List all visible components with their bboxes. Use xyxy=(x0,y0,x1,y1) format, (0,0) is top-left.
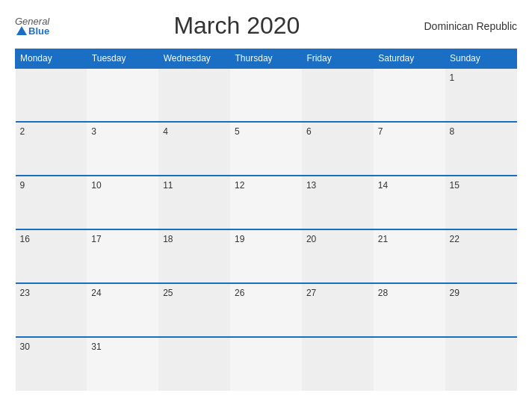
calendar-cell: 16 xyxy=(16,229,87,283)
calendar-cell: 25 xyxy=(158,283,230,337)
calendar-week-1: 1 xyxy=(16,68,517,122)
weekday-sunday: Sunday xyxy=(445,49,517,69)
calendar-cell: 2 xyxy=(16,122,87,176)
calendar-cell: 26 xyxy=(230,283,302,337)
calendar-cell xyxy=(16,68,87,122)
weekday-saturday: Saturday xyxy=(374,49,445,69)
calendar-table: MondayTuesdayWednesdayThursdayFridaySatu… xyxy=(15,49,517,391)
day-number: 7 xyxy=(378,126,383,137)
day-number: 9 xyxy=(20,180,25,191)
day-number: 20 xyxy=(306,234,316,244)
calendar-cell: 10 xyxy=(87,176,158,229)
calendar-cell xyxy=(158,68,230,122)
calendar-cell: 29 xyxy=(445,283,517,337)
logo-blue-text: Blue xyxy=(15,26,49,36)
day-number: 4 xyxy=(163,126,168,137)
calendar-cell: 23 xyxy=(16,283,87,337)
page-header: General Blue March 2020 Dominican Republ… xyxy=(15,12,517,40)
day-number: 14 xyxy=(378,180,388,191)
calendar-cell: 1 xyxy=(445,68,517,122)
day-number: 27 xyxy=(306,288,316,298)
day-number: 26 xyxy=(235,288,244,298)
day-number: 29 xyxy=(450,288,460,298)
calendar-cell: 5 xyxy=(230,122,302,176)
calendar-cell xyxy=(158,337,230,391)
day-number: 8 xyxy=(450,126,455,137)
calendar-cell xyxy=(374,68,445,122)
calendar-cell xyxy=(230,68,302,122)
calendar-week-3: 9101112131415 xyxy=(16,176,517,229)
calendar-cell: 31 xyxy=(87,337,158,391)
weekday-header-row: MondayTuesdayWednesdayThursdayFridaySatu… xyxy=(16,49,517,69)
logo: General Blue xyxy=(15,16,49,36)
calendar-week-5: 23242526272829 xyxy=(16,283,517,337)
day-number: 23 xyxy=(20,288,30,298)
day-number: 16 xyxy=(20,234,30,244)
weekday-monday: Monday xyxy=(16,49,87,69)
calendar-cell xyxy=(445,337,517,391)
calendar-header: MondayTuesdayWednesdayThursdayFridaySatu… xyxy=(16,49,517,69)
calendar-cell: 21 xyxy=(374,229,445,283)
calendar-cell: 30 xyxy=(16,337,87,391)
day-number: 6 xyxy=(306,126,312,137)
calendar-cell: 15 xyxy=(445,176,517,229)
day-number: 10 xyxy=(91,180,101,191)
calendar-cell: 20 xyxy=(302,229,374,283)
calendar-week-6: 3031 xyxy=(16,337,517,391)
calendar-cell xyxy=(87,68,158,122)
calendar-week-2: 2345678 xyxy=(16,122,517,176)
day-number: 5 xyxy=(235,126,240,137)
calendar-cell: 9 xyxy=(16,176,87,229)
day-number: 18 xyxy=(163,234,173,244)
day-number: 11 xyxy=(163,180,173,191)
day-number: 17 xyxy=(91,234,101,244)
day-number: 31 xyxy=(91,342,101,352)
day-number: 12 xyxy=(235,180,244,191)
weekday-wednesday: Wednesday xyxy=(158,49,230,69)
calendar-cell: 11 xyxy=(158,176,230,229)
day-number: 3 xyxy=(91,126,96,137)
month-title: March 2020 xyxy=(173,12,300,40)
calendar-cell: 4 xyxy=(158,122,230,176)
country-label: Dominican Republic xyxy=(424,20,517,32)
day-number: 25 xyxy=(163,288,173,298)
day-number: 21 xyxy=(378,234,388,244)
calendar-cell xyxy=(374,337,445,391)
day-number: 2 xyxy=(20,126,25,137)
weekday-friday: Friday xyxy=(302,49,374,69)
calendar-cell: 24 xyxy=(87,283,158,337)
calendar-cell: 18 xyxy=(158,229,230,283)
day-number: 15 xyxy=(450,180,460,191)
weekday-tuesday: Tuesday xyxy=(87,49,158,69)
logo-general-text: General xyxy=(15,16,49,26)
calendar-cell xyxy=(302,337,374,391)
calendar-cell: 17 xyxy=(87,229,158,283)
day-number: 22 xyxy=(450,234,460,244)
calendar-cell: 14 xyxy=(374,176,445,229)
day-number: 13 xyxy=(306,180,316,191)
day-number: 1 xyxy=(450,72,455,83)
day-number: 30 xyxy=(20,342,30,352)
calendar-cell: 27 xyxy=(302,283,374,337)
calendar-cell xyxy=(302,68,374,122)
calendar-cell: 22 xyxy=(445,229,517,283)
calendar-cell: 8 xyxy=(445,122,517,176)
calendar-cell: 3 xyxy=(87,122,158,176)
day-number: 24 xyxy=(91,288,101,298)
calendar-cell: 19 xyxy=(230,229,302,283)
calendar-cell xyxy=(230,337,302,391)
calendar-body: 1234567891011121314151617181920212223242… xyxy=(16,68,517,391)
calendar-cell: 28 xyxy=(374,283,445,337)
weekday-thursday: Thursday xyxy=(230,49,302,69)
calendar-cell: 6 xyxy=(302,122,374,176)
calendar-cell: 7 xyxy=(374,122,445,176)
calendar-cell: 12 xyxy=(230,176,302,229)
day-number: 19 xyxy=(235,234,244,244)
calendar-week-4: 16171819202122 xyxy=(16,229,517,283)
calendar-cell: 13 xyxy=(302,176,374,229)
day-number: 28 xyxy=(378,288,388,298)
logo-triangle-icon xyxy=(16,26,27,35)
